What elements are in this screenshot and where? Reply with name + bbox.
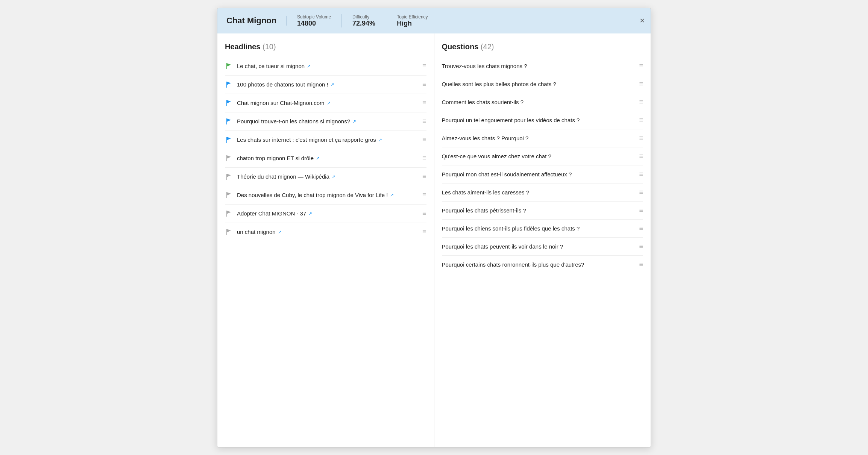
external-link-icon[interactable]: ↗	[278, 229, 282, 235]
list-item: Les chats aiment-ils les caresses ? ≡	[442, 184, 643, 202]
modal-title: Chat Mignon	[226, 16, 287, 26]
external-link-icon[interactable]: ↗	[390, 193, 394, 198]
item-left: Des nouvelles de Cuby, le chat trop mign…	[225, 191, 422, 199]
external-link-icon[interactable]: ↗	[316, 156, 320, 161]
list-item: Adopter Chat MIGNON - 37 ↗ ≡	[225, 205, 426, 223]
item-text: Pourquoi les chats peuvent-ils voir dans…	[442, 243, 563, 250]
item-text: Théorie du chat mignon — Wikipédia ↗	[237, 173, 335, 180]
list-item: Pourquoi les chats pétrissent-ils ? ≡	[442, 202, 643, 220]
add-to-list-icon[interactable]: ≡	[639, 188, 643, 196]
item-text: Trouvez-vous les chats mignons ?	[442, 63, 527, 69]
add-to-list-icon[interactable]: ≡	[639, 98, 643, 106]
add-to-list-icon[interactable]: ≡	[639, 170, 643, 178]
list-item: Comment les chats sourient-ils ? ≡	[442, 93, 643, 111]
item-left: Quelles sont les plus belles photos de c…	[442, 81, 639, 87]
subtopic-volume-label: Subtopic Volume	[297, 14, 331, 20]
flag-icon	[225, 228, 233, 236]
list-item: Pourquoi trouve-t-on les chatons si mign…	[225, 112, 426, 131]
add-to-list-icon[interactable]: ≡	[639, 62, 643, 70]
item-left: Trouvez-vous les chats mignons ?	[442, 63, 639, 69]
external-link-icon[interactable]: ↗	[308, 211, 312, 216]
list-item: Le chat, ce tueur si mignon ↗ ≡	[225, 57, 426, 76]
item-left: Pourquoi trouve-t-on les chatons si mign…	[225, 117, 422, 126]
item-left: Pourquoi les chats pétrissent-ils ?	[442, 207, 639, 214]
item-text: un chat mignon ↗	[237, 229, 282, 235]
add-to-list-icon[interactable]: ≡	[639, 80, 643, 88]
modal-container: Chat Mignon Subtopic Volume 14800 Diffic…	[217, 8, 651, 447]
list-item: Qu'est-ce que vous aimez chez votre chat…	[442, 147, 643, 165]
list-item: Pourquoi un tel engouement pour les vidé…	[442, 111, 643, 129]
item-left: un chat mignon ↗	[225, 228, 422, 236]
list-item: 100 photos de chatons tout mignon ! ↗ ≡	[225, 76, 426, 94]
add-to-list-icon[interactable]: ≡	[422, 99, 426, 107]
flag-icon	[225, 117, 233, 126]
flag-icon	[225, 209, 233, 218]
item-left: Comment les chats sourient-ils ?	[442, 99, 639, 105]
topic-efficiency-label: Topic Efficiency	[397, 14, 428, 20]
flag-icon	[225, 62, 233, 70]
external-link-icon[interactable]: ↗	[331, 82, 334, 87]
list-item: Chat mignon sur Chat-Mignon.com ↗ ≡	[225, 94, 426, 112]
item-text: Les chats aiment-ils les caresses ?	[442, 189, 530, 196]
item-left: Adopter Chat MIGNON - 37 ↗	[225, 209, 422, 218]
add-to-list-icon[interactable]: ≡	[639, 134, 643, 142]
add-to-list-icon[interactable]: ≡	[422, 80, 426, 88]
item-text: Pourquoi trouve-t-on les chatons si mign…	[237, 118, 356, 124]
difficulty-stat: Difficulty 72.94%	[342, 14, 386, 27]
add-to-list-icon[interactable]: ≡	[639, 261, 643, 268]
list-item: un chat mignon ↗ ≡	[225, 223, 426, 241]
topic-efficiency-stat: Topic Efficiency High	[386, 14, 438, 27]
list-item: Pourquoi les chiens sont-ils plus fidèle…	[442, 220, 643, 238]
item-left: Le chat, ce tueur si mignon ↗	[225, 62, 422, 70]
list-item: Des nouvelles de Cuby, le chat trop mign…	[225, 186, 426, 205]
add-to-list-icon[interactable]: ≡	[422, 209, 426, 217]
external-link-icon[interactable]: ↗	[307, 64, 311, 69]
add-to-list-icon[interactable]: ≡	[422, 117, 426, 125]
headlines-title: Headlines (10)	[225, 42, 426, 51]
flag-icon	[225, 80, 233, 89]
item-text: Les chats sur internet : c'est mignon et…	[237, 136, 382, 143]
modal-header: Chat Mignon Subtopic Volume 14800 Diffic…	[217, 8, 651, 33]
add-to-list-icon[interactable]: ≡	[422, 136, 426, 144]
item-left: Qu'est-ce que vous aimez chez votre chat…	[442, 153, 639, 159]
add-to-list-icon[interactable]: ≡	[422, 62, 426, 70]
external-link-icon[interactable]: ↗	[352, 119, 356, 124]
add-to-list-icon[interactable]: ≡	[422, 154, 426, 162]
item-text: Quelles sont les plus belles photos de c…	[442, 81, 556, 87]
add-to-list-icon[interactable]: ≡	[639, 116, 643, 124]
close-button[interactable]: ×	[640, 17, 645, 25]
external-link-icon[interactable]: ↗	[378, 137, 382, 143]
item-text: Pourquoi mon chat est-il soudainement af…	[442, 171, 572, 177]
item-left: Pourquoi certains chats ronronnent-ils p…	[442, 261, 639, 268]
add-to-list-icon[interactable]: ≡	[639, 224, 643, 232]
external-link-icon[interactable]: ↗	[327, 100, 331, 106]
item-text: Des nouvelles de Cuby, le chat trop mign…	[237, 192, 394, 198]
add-to-list-icon[interactable]: ≡	[422, 228, 426, 236]
modal-body: Headlines (10) Le chat, ce tueur si mign…	[217, 33, 651, 447]
item-left: chaton trop mignon ET si drôle ↗	[225, 154, 422, 162]
external-link-icon[interactable]: ↗	[332, 174, 335, 179]
item-text: Pourquoi les chiens sont-ils plus fidèle…	[442, 225, 580, 232]
item-left: 100 photos de chatons tout mignon ! ↗	[225, 80, 422, 89]
headlines-panel: Headlines (10) Le chat, ce tueur si mign…	[217, 33, 434, 447]
add-to-list-icon[interactable]: ≡	[422, 191, 426, 199]
add-to-list-icon[interactable]: ≡	[639, 243, 643, 250]
add-to-list-icon[interactable]: ≡	[422, 173, 426, 180]
add-to-list-icon[interactable]: ≡	[639, 206, 643, 214]
subtopic-volume-stat: Subtopic Volume 14800	[287, 14, 342, 27]
questions-panel: Questions (42) Trouvez-vous les chats mi…	[434, 33, 651, 447]
list-item: Aimez-vous les chats ? Pourquoi ? ≡	[442, 129, 643, 147]
item-text: Pourquoi les chats pétrissent-ils ?	[442, 207, 526, 214]
add-to-list-icon[interactable]: ≡	[639, 152, 643, 160]
list-item: Pourquoi certains chats ronronnent-ils p…	[442, 256, 643, 273]
list-item: Quelles sont les plus belles photos de c…	[442, 75, 643, 93]
list-item: Théorie du chat mignon — Wikipédia ↗ ≡	[225, 168, 426, 186]
item-left: Chat mignon sur Chat-Mignon.com ↗	[225, 99, 422, 107]
item-text: Pourquoi un tel engouement pour les vidé…	[442, 117, 580, 123]
flag-icon	[225, 173, 233, 181]
flag-icon	[225, 99, 233, 107]
item-text: Adopter Chat MIGNON - 37 ↗	[237, 210, 312, 217]
list-item: Les chats sur internet : c'est mignon et…	[225, 131, 426, 149]
flag-icon	[225, 136, 233, 144]
item-left: Théorie du chat mignon — Wikipédia ↗	[225, 173, 422, 181]
